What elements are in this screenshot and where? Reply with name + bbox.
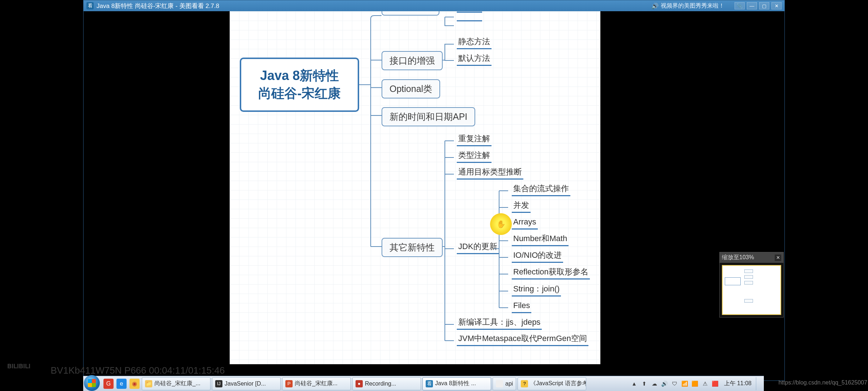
close-button[interactable]: ✕ (771, 2, 782, 9)
tray-icon-1[interactable]: ⬆ (641, 380, 648, 387)
taskbar-item-icon: P (285, 380, 293, 387)
zoom-label: 缩放至103% (722, 254, 754, 261)
leaf-stream-ops: 集合的流式操作 (512, 184, 570, 196)
bilibili-video-id-watermark: BV1Kb411W75N P666 00:04:11/01:15:46 (51, 365, 225, 376)
node-cut-top-1 (382, 11, 439, 16)
speaker-icon: 🔊 (651, 3, 659, 9)
leaf-type-annotation: 类型注解 (457, 150, 492, 163)
taskbar-item-icon: 看 (426, 380, 433, 387)
root-line2: 尚硅谷-宋红康 (258, 85, 341, 102)
app-icon: 看 (86, 2, 94, 9)
tray-icon-7[interactable]: ⚠ (702, 380, 709, 387)
pin-button[interactable]: 📎 (735, 2, 745, 9)
show-desktop-button[interactable] (756, 377, 761, 390)
taskbar-item-5[interactable]: api (493, 377, 516, 390)
leaf-compile-tools: 新编译工具：jjs、jdeps (457, 317, 542, 330)
bilibili-logo-watermark: ᴮᴵᴸᴵᴮᴵᴸᴵ (7, 362, 30, 374)
displayed-image: Java 8新特性 尚硅谷-宋红康 接口的增强 静态方法 默认方法 Option… (230, 11, 600, 364)
root-line1: Java 8新特性 (260, 67, 339, 85)
cursor-highlight: ✋ (490, 213, 512, 235)
leaf-files: Files (512, 300, 531, 313)
tray-icon-2[interactable]: ☁ (651, 380, 658, 387)
window-title: Java 8新特性 尚硅谷-宋红康 - 美图看看 2.7.8 (97, 2, 219, 10)
taskbar-item-label: api (505, 381, 513, 387)
viewer-canvas[interactable]: Java 8新特性 尚硅谷-宋红康 接口的增强 静态方法 默认方法 Option… (84, 11, 784, 381)
quicklaunch-icon-1[interactable]: e (116, 379, 127, 389)
leaf-metaspace: JVM中Metaspace取代PermGen空间 (457, 333, 588, 346)
zoom-thumbnail (722, 265, 781, 315)
taskbar[interactable]: Ge◉ 📁尚硅谷_宋红康_...IJJavaSenior [D...P尚硅谷_宋… (83, 376, 764, 391)
leaf-reflection: Reflection获取形参名 (512, 267, 590, 279)
start-button[interactable] (84, 375, 100, 391)
tray-icon-3[interactable]: 🔊 (661, 380, 668, 387)
minimize-button[interactable]: — (747, 2, 757, 9)
leaf-repeat-annotation: 重复注解 (457, 134, 492, 146)
leaf-cut-1 (457, 11, 482, 13)
csdn-url-watermark: https://blog.csdn.net/qq_51625007 (778, 379, 867, 386)
mindmap: Java 8新特性 尚硅谷-宋红康 接口的增强 静态方法 默认方法 Option… (230, 11, 600, 364)
clock[interactable]: 上午 11:08 (724, 380, 752, 387)
taskbar-item-icon (496, 380, 503, 387)
zoom-preview[interactable] (720, 263, 783, 317)
taskbar-item-label: 尚硅谷_宋红康_... (154, 380, 200, 387)
leaf-io-nio: IO/NIO的改进 (512, 250, 563, 263)
taskbar-item-6[interactable]: ?《JavaScript 语言参考... (518, 377, 586, 390)
taskbar-item-label: JavaSenior [D... (225, 381, 266, 387)
image-viewer-window: 看 Java 8新特性 尚硅谷-宋红康 - 美图看看 2.7.8 🔊 视频界的美… (83, 0, 785, 381)
maximize-button[interactable]: ▢ (759, 2, 769, 9)
leaf-cut-2 (457, 19, 482, 21)
zoom-panel-close-icon[interactable]: ✕ (775, 255, 781, 261)
taskbar-item-icon: ● (356, 380, 363, 387)
taskbar-item-icon: IJ (215, 380, 222, 387)
system-tray[interactable]: ▲⬆☁🔊🛡📶🟧⚠🟥 上午 11:08 (631, 377, 764, 390)
taskbar-item-4[interactable]: 看Java 8新特性 ... (422, 377, 491, 390)
hand-cursor-icon: ✋ (497, 220, 506, 228)
taskbar-item-label: Recording... (365, 381, 396, 387)
taskbar-item-3[interactable]: ●Recording... (352, 377, 421, 390)
taskbar-item-label: Java 8新特性 ... (435, 380, 476, 387)
node-others: 其它新特性 (382, 238, 443, 257)
tray-icon-8[interactable]: 🟥 (712, 380, 719, 387)
node-interface: 接口的增强 (382, 51, 443, 70)
window-controls: 📎 — ▢ ✕ (735, 2, 782, 9)
leaf-target-type-inference: 通用目标类型推断 (457, 167, 523, 180)
titlebar[interactable]: 看 Java 8新特性 尚硅谷-宋红康 - 美图看看 2.7.8 🔊 视频界的美… (84, 0, 784, 11)
tray-icon-6[interactable]: 🟧 (692, 380, 699, 387)
taskbar-item-label: 尚硅谷_宋红康... (295, 380, 337, 387)
taskbar-item-icon: 📁 (145, 380, 152, 387)
mindmap-root-node: Java 8新特性 尚硅谷-宋红康 (240, 58, 359, 112)
tray-icon-4[interactable]: 🛡 (671, 380, 678, 387)
promo-banner[interactable]: 🔊 视频界的美图秀秀来啦！ (651, 2, 724, 10)
quicklaunch-icon-2[interactable]: ◉ (129, 379, 140, 389)
tray-icon-0[interactable]: ▲ (631, 380, 638, 387)
leaf-static-method: 静态方法 (457, 37, 492, 49)
leaf-arrays: Arrays (512, 217, 538, 230)
tray-icon-5[interactable]: 📶 (681, 380, 689, 387)
taskbar-item-label: 《JavaScript 语言参考... (530, 380, 586, 387)
promo-banner-text: 视频界的美图秀秀来啦！ (661, 2, 724, 10)
zoom-overview-panel[interactable]: 缩放至103% ✕ (719, 252, 784, 318)
taskbar-item-2[interactable]: P尚硅谷_宋红康... (282, 377, 351, 390)
quicklaunch-icon-0[interactable]: G (103, 379, 114, 389)
taskbar-item-0[interactable]: 📁尚硅谷_宋红康_... (142, 377, 210, 390)
leaf-concurrency: 并发 (512, 200, 531, 213)
leaf-string-join: String：join() (512, 284, 561, 297)
taskbar-item-icon: ? (521, 380, 528, 387)
node-optional: Optional类 (382, 79, 440, 98)
leaf-default-method: 默认方法 (457, 53, 492, 66)
taskbar-item-1[interactable]: IJJavaSenior [D... (212, 377, 281, 390)
leaf-jdk-update: JDK的更新 (457, 241, 499, 254)
node-datetime: 新的时间和日期API (382, 107, 475, 126)
leaf-number-math: Number和Math (512, 234, 569, 246)
